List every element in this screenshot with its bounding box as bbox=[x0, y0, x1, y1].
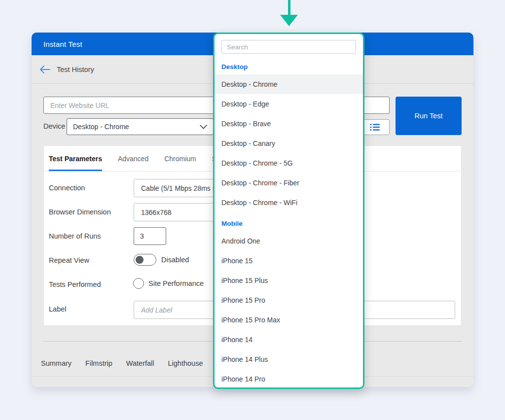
browser-dimension-value: 1366x768 bbox=[141, 209, 172, 216]
tests-performed-label: Tests Performed bbox=[49, 280, 101, 288]
number-of-runs-input[interactable] bbox=[134, 227, 166, 245]
device-label: Device bbox=[43, 122, 65, 130]
tab-waterfall[interactable]: Waterfall bbox=[126, 359, 154, 367]
toggle-knob bbox=[136, 256, 144, 264]
pointer-arrow-stem bbox=[288, 0, 290, 15]
app-title: Instant Test bbox=[43, 40, 82, 48]
section-header-mobile: Mobile bbox=[215, 215, 363, 231]
device-select-value: Desktop - Chrome bbox=[73, 123, 129, 131]
test-history-label: Test History bbox=[57, 66, 94, 73]
device-option-iphone-14[interactable]: iPhone 14 bbox=[215, 330, 363, 350]
tab-lighthouse[interactable]: Lighthouse bbox=[168, 359, 203, 367]
device-option-desktop-chrome[interactable]: Desktop - Chrome bbox=[215, 74, 363, 94]
number-of-runs-label: Number of Runs bbox=[49, 232, 101, 240]
device-option-desktop-chrome-5g[interactable]: Desktop - Chrome - 5G bbox=[215, 153, 363, 173]
back-to-history-button[interactable]: Test History bbox=[39, 66, 94, 73]
tab-filmstrip[interactable]: Filmstrip bbox=[85, 359, 112, 367]
device-option-iphone-15-pro-max[interactable]: iPhone 15 Pro Max bbox=[215, 310, 363, 330]
device-option-iphone-14-pro[interactable]: iPhone 14 Pro bbox=[215, 369, 363, 389]
tab-chromium[interactable]: Chromium bbox=[164, 146, 196, 171]
tab-summary[interactable]: Summary bbox=[41, 359, 72, 367]
dropdown-search-wrap bbox=[215, 34, 363, 59]
device-option-desktop-canary[interactable]: Desktop - Canary bbox=[215, 134, 363, 153]
repeat-view-label: Repeat View bbox=[49, 256, 89, 264]
device-search-input[interactable] bbox=[221, 40, 356, 54]
device-option-desktop-chrome-fiber[interactable]: Desktop - Chrome - Fiber bbox=[215, 173, 363, 193]
device-dropdown: Desktop Desktop - Chrome Desktop - Edge … bbox=[213, 33, 364, 389]
browser-dimension-label: Browser Dimension bbox=[49, 208, 111, 216]
device-option-android-one[interactable]: Android One bbox=[215, 231, 363, 251]
tab-advanced[interactable]: Advanced bbox=[118, 146, 148, 171]
chevron-down-icon bbox=[200, 125, 207, 129]
site-performance-label: Site Performance bbox=[148, 280, 204, 287]
device-option-iphone-14-plus[interactable]: iPhone 14 Plus bbox=[215, 350, 363, 369]
repeat-view-toggle[interactable] bbox=[134, 254, 156, 266]
label-field-label: Label bbox=[49, 305, 66, 313]
device-option-desktop-chrome-wifi[interactable]: Desktop - Chrome - WiFi bbox=[215, 193, 363, 212]
connection-label: Connection bbox=[49, 184, 85, 192]
tab-test-parameters[interactable]: Test Parameters bbox=[49, 146, 102, 171]
repeat-view-state: Disabled bbox=[161, 256, 189, 264]
device-option-iphone-15-plus[interactable]: iPhone 15 Plus bbox=[215, 271, 363, 290]
device-option-desktop-brave[interactable]: Desktop - Brave bbox=[215, 114, 363, 134]
device-option-iphone-15-pro[interactable]: iPhone 15 Pro bbox=[215, 290, 363, 310]
pointer-arrow-icon bbox=[280, 15, 298, 26]
bulk-list-button[interactable] bbox=[360, 119, 390, 135]
device-option-desktop-edge[interactable]: Desktop - Edge bbox=[215, 94, 363, 114]
result-tabs: Summary Filmstrip Waterfall Lighthouse bbox=[41, 359, 203, 367]
list-icon bbox=[370, 123, 380, 131]
device-select[interactable]: Desktop - Chrome bbox=[67, 118, 214, 135]
device-option-iphone-15[interactable]: iPhone 15 bbox=[215, 251, 363, 271]
site-performance-radio[interactable] bbox=[133, 278, 144, 289]
section-header-desktop: Desktop bbox=[215, 59, 363, 74]
back-arrow-icon bbox=[39, 66, 50, 73]
run-test-button[interactable]: Run Test bbox=[396, 97, 462, 135]
